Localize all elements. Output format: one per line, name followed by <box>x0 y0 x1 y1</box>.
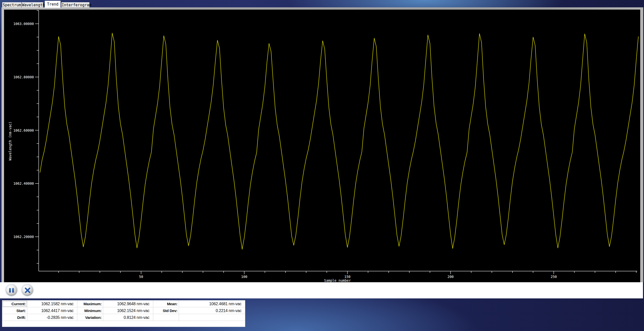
stat-label-maximum: Maximum: <box>77 300 103 307</box>
stat-label-variation: Variation: <box>77 314 103 321</box>
stat-value-mean: 1062.4681 nm-vac <box>179 300 245 307</box>
wavelength-trace <box>40 33 638 249</box>
stat-value-stddev: 0.2214 nm-vac <box>179 307 245 314</box>
stat-value-empty <box>179 314 245 321</box>
stat-label-empty <box>153 314 179 321</box>
stat-label-drift: Drift: <box>2 314 27 321</box>
y-tick-label: 1062.60000 <box>13 128 34 132</box>
x-axis-title: Sample number <box>324 278 351 282</box>
tab-spectrum[interactable]: Spectrum <box>2 2 21 7</box>
trend-chart[interactable]: 1063.000001062.800001062.600001062.40000… <box>4 10 640 282</box>
x-tick-label: 250 <box>551 275 557 279</box>
y-tick-label: 1062.40000 <box>13 181 34 185</box>
stat-label-mean: Mean: <box>153 300 179 307</box>
stat-label-start: Start: <box>2 307 27 314</box>
stats-table: Current: 1062.1582 nm-vac Maximum: 1062.… <box>2 300 245 327</box>
x-tick-label: 150 <box>344 275 350 279</box>
stats-table-spacer <box>2 321 245 327</box>
stat-value-minimum: 1062.1524 nm-vac <box>103 307 153 314</box>
tab-wavelength[interactable]: Wavelength <box>22 2 43 7</box>
stat-label-minimum: Minimum: <box>77 307 103 314</box>
stat-value-maximum: 1062.9648 nm-vac <box>103 300 153 307</box>
close-icon <box>25 287 31 293</box>
x-tick-label: 200 <box>448 275 454 279</box>
plot-frame: 1063.000001062.800001062.600001062.40000… <box>2 7 643 282</box>
stat-value-variation: 0.8124 nm-vac <box>103 314 153 321</box>
stat-label-stddev: Std Dev: <box>153 307 179 314</box>
y-tick-label: 1062.20000 <box>13 235 34 239</box>
y-tick-label: 1063.00000 <box>13 22 34 26</box>
tab-interferogram[interactable]: Interferogram <box>61 2 90 7</box>
stat-value-drift: -0.2835 nm-vac <box>27 314 77 321</box>
toolbar-strip <box>0 282 643 298</box>
pause-button[interactable] <box>6 285 17 296</box>
x-tick-label: 100 <box>241 275 247 279</box>
x-tick-label: 50 <box>139 275 143 279</box>
stat-label-current[interactable]: Current: <box>2 300 27 307</box>
tab-trend[interactable]: Trend <box>45 1 61 8</box>
y-tick-label: 1062.80000 <box>13 75 34 79</box>
pause-icon <box>9 288 14 293</box>
app-window: Spectrum Wavelength Trend Interferogram … <box>0 0 644 331</box>
stat-value-start: 1062.4417 nm-vac <box>27 307 77 314</box>
y-axis-title: Wavelength (nm-vac) <box>8 122 12 160</box>
close-button[interactable] <box>22 285 33 296</box>
stat-value-current: 1062.1582 nm-vac <box>27 300 77 307</box>
